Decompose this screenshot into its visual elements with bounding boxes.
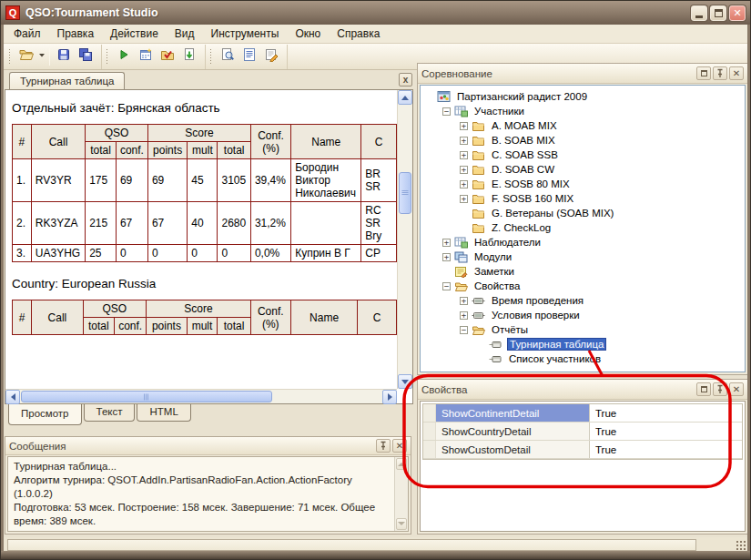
tab-HTML[interactable]: HTML — [137, 404, 190, 422]
toolbar-grip-icon[interactable] — [106, 48, 108, 65]
pin-button[interactable] — [713, 382, 727, 396]
vertical-scrollbar[interactable] — [397, 90, 412, 389]
expander-plus-icon[interactable] — [460, 297, 468, 305]
tree-item-3[interactable]: B. SOAB MIX — [421, 133, 745, 148]
toolbar-button-open-folder[interactable] — [15, 46, 37, 67]
col-header-call: Call — [31, 125, 85, 159]
col-header-call: Call — [32, 300, 83, 335]
toolbar-button-preview[interactable] — [217, 46, 238, 67]
expander-minus-icon[interactable] — [442, 282, 451, 290]
expander-plus-icon[interactable] — [460, 195, 468, 203]
tree-item-17[interactable]: Турнирная таблица — [421, 337, 745, 351]
tree-item-6[interactable]: E. SOSB 80 MIX — [421, 177, 745, 191]
scroll-up-button[interactable] — [396, 458, 407, 470]
pin-button[interactable] — [376, 439, 391, 453]
expander-plus-icon[interactable] — [460, 180, 468, 188]
tree-item-15[interactable]: Условия проверки — [421, 308, 745, 322]
menu-item-Файл[interactable]: Файл — [5, 25, 49, 42]
menu-item-Окно[interactable]: Окно — [287, 25, 329, 42]
expander-plus-icon[interactable] — [442, 239, 451, 247]
horizontal-scroll-thumb[interactable] — [21, 391, 272, 402]
tree-item-5[interactable]: D. SOAB CW — [421, 162, 745, 177]
vertical-scroll-thumb[interactable] — [399, 172, 411, 214]
toolbar-group — [102, 45, 206, 69]
menu-item-Вид[interactable]: Вид — [167, 25, 203, 42]
tree-item-0[interactable]: Партизанский радист 2009 — [421, 89, 745, 104]
scroll-left-button[interactable] — [5, 390, 20, 404]
maximize-panel-button[interactable] — [696, 382, 711, 396]
col-header-num: # — [13, 125, 32, 159]
toolbar-grip-icon[interactable] — [209, 48, 212, 65]
menu-item-Инструменты[interactable]: Инструменты — [203, 25, 288, 42]
expander-plus-icon[interactable] — [460, 311, 468, 320]
document-close-button[interactable]: x — [399, 73, 412, 87]
toolbar-button-run[interactable] — [113, 46, 135, 67]
minimize-button[interactable] — [691, 5, 707, 21]
toolbar-button-text-report[interactable] — [238, 46, 260, 67]
expander-plus-icon[interactable] — [460, 122, 468, 130]
close-panel-button[interactable]: ✕ — [392, 439, 407, 453]
toolbar-button-save-all[interactable] — [75, 46, 96, 67]
tree-item-7[interactable]: F. SOSB 160 MIX — [421, 191, 745, 206]
resize-grip[interactable] — [736, 540, 746, 551]
scroll-up-button[interactable] — [398, 90, 412, 105]
menu-item-Правка[interactable]: Правка — [49, 25, 103, 42]
expander-minus-icon[interactable] — [460, 326, 468, 334]
tree-item-1[interactable]: Участники — [421, 104, 745, 118]
tree-item-9[interactable]: Z. CheckLog — [421, 220, 745, 235]
tree-item-10[interactable]: Наблюдатели — [421, 235, 745, 249]
expander-plus-icon[interactable] — [460, 151, 468, 159]
scroll-down-button[interactable] — [396, 518, 407, 530]
expander-plus-icon[interactable] — [442, 253, 451, 261]
close-panel-button[interactable]: ✕ — [729, 66, 744, 80]
tree-item-4[interactable]: C. SOAB SSB — [421, 148, 745, 162]
expander-plus-icon[interactable] — [460, 137, 468, 145]
horizontal-scrollbar[interactable] — [5, 389, 397, 403]
scroll-down-button[interactable] — [398, 374, 412, 389]
pin-button[interactable] — [713, 66, 727, 80]
tree-item-18[interactable]: Список участников — [421, 351, 745, 366]
prop-icon — [472, 294, 486, 307]
tree-item-2[interactable]: A. MOAB MIX — [421, 118, 745, 133]
toolbar-button-properties[interactable] — [260, 46, 282, 67]
close-panel-button[interactable]: ✕ — [729, 382, 744, 396]
tab-Текст[interactable]: Текст — [84, 404, 136, 422]
tree-item-label: Отчёты — [490, 324, 530, 335]
property-value[interactable]: True — [589, 404, 742, 422]
toolbar-button-import[interactable] — [178, 46, 200, 67]
document-tab[interactable]: Турнирная таблица — [9, 72, 125, 89]
scroll-right-button[interactable] — [382, 390, 397, 404]
tab-Просмотр[interactable]: Просмотр — [8, 404, 82, 425]
col-header-conf-pct: Conf. (%) — [250, 125, 290, 159]
property-value[interactable]: True — [589, 423, 742, 440]
results-table-country: #CallQSOScoreConf. (%)NameCtotalconf.poi… — [12, 300, 397, 335]
toolbar-grip-icon[interactable] — [8, 48, 11, 65]
property-name: ShowCustomDetail — [436, 441, 589, 458]
menu-item-Справка[interactable]: Справка — [329, 25, 388, 42]
expander-plus-icon[interactable] — [460, 166, 468, 174]
property-row-ShowCountryDetail[interactable]: ShowCountryDetailTrue — [423, 423, 742, 441]
tree-item-11[interactable]: Модули — [421, 249, 745, 264]
property-row-ShowContinentDetail[interactable]: ShowContinentDetailTrue — [423, 404, 742, 423]
toolbar-button-caret[interactable] — [37, 46, 46, 67]
property-row-ShowCustomDetail[interactable]: ShowCustomDetailTrue — [423, 441, 742, 459]
tree-item-12[interactable]: Заметки — [421, 264, 745, 279]
tree-item-13[interactable]: Свойства — [421, 279, 745, 293]
toolbar-button-verify[interactable] — [157, 46, 178, 67]
toolbar-button-save[interactable] — [53, 46, 75, 67]
menu-item-Действие[interactable]: Действие — [102, 25, 167, 42]
expander-minus-icon[interactable] — [442, 107, 451, 116]
close-button[interactable]: ✕ — [729, 5, 746, 21]
maximize-button[interactable] — [710, 5, 726, 21]
toolbar-button-schedule[interactable] — [135, 46, 157, 67]
tree-item-14[interactable]: Время проведения — [421, 293, 745, 308]
property-value[interactable]: True — [589, 441, 742, 458]
pin-icon — [379, 441, 388, 451]
window-edge — [747, 25, 750, 559]
tree-item-16[interactable]: Отчёты — [421, 322, 745, 337]
maximize-panel-button[interactable] — [696, 66, 711, 80]
col-header-qso: QSO — [86, 125, 148, 142]
tree-item-label: A. MOAB MIX — [490, 120, 559, 131]
tree-item-8[interactable]: G. Ветераны (SOAB MIX) — [421, 206, 745, 220]
messages-scrollbar[interactable] — [394, 457, 408, 531]
